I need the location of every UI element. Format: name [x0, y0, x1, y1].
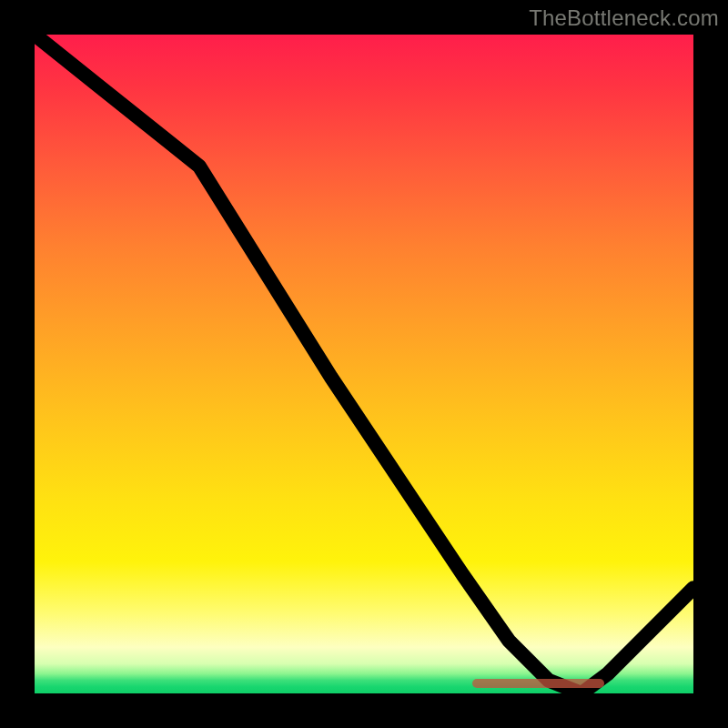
plot-area	[35, 35, 693, 693]
bottleneck-curve	[35, 35, 693, 693]
optimal-range-marker	[472, 679, 604, 688]
plot-border	[27, 27, 701, 701]
curve-svg	[35, 35, 693, 693]
chart-frame: TheBottleneck.com	[0, 0, 728, 728]
